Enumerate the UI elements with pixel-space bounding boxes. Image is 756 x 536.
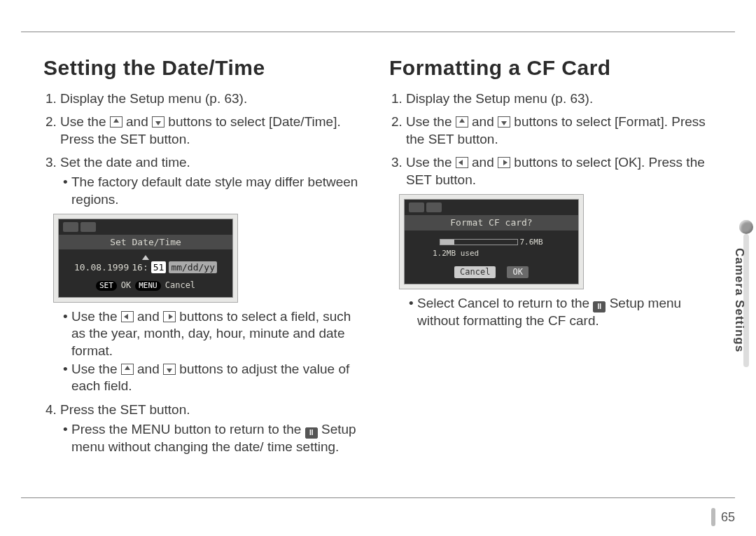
step-3: Use the and buttons to select [OK]. Pres…	[406, 153, 707, 329]
setup-menu-icon: II	[593, 301, 606, 312]
down-triangle-icon	[152, 116, 164, 128]
up-triangle-icon	[121, 364, 134, 375]
lcd-set-date-time: Set Date/Time 10.08.1999 16:51 mm/dd/yy …	[53, 214, 238, 303]
step-1: Display the Setup menu (p. 63).	[60, 90, 361, 107]
heading-format-cf: Formatting a CF Card	[389, 56, 707, 80]
step-3-note-2: Use the and buttons to select a field, s…	[63, 308, 361, 359]
left-triangle-icon	[121, 311, 134, 322]
right-triangle-icon	[498, 157, 510, 168]
storage-bar	[440, 239, 518, 245]
lcd-ok-button: OK	[507, 266, 528, 279]
lcd-cancel-button: Cancel	[454, 266, 496, 279]
step-3: Set the date and time. The factory defau…	[60, 153, 361, 394]
setup-menu-icon: II	[305, 427, 318, 439]
up-triangle-icon	[110, 116, 122, 128]
page-top-rule	[21, 32, 735, 32]
side-tab-label: Camera Settings	[732, 248, 746, 352]
step-3-note-1: The factory default date style may diffe…	[63, 174, 361, 208]
step-2: Use the and buttons to select [Format]. …	[406, 113, 707, 148]
column-date-time: Setting the Date/Time Display the Setup …	[43, 56, 361, 529]
step-3-note-3: Use the and buttons to adjust the value …	[63, 361, 361, 395]
heading-date-time: Setting the Date/Time	[43, 56, 361, 80]
side-tab-dot-icon	[739, 220, 753, 234]
step-2: Use the and buttons to select [Date/Time…	[60, 113, 361, 148]
down-triangle-icon	[163, 364, 176, 375]
right-triangle-icon	[163, 311, 176, 322]
steps-date-time: Display the Setup menu (p. 63). Use the …	[43, 90, 361, 455]
left-triangle-icon	[456, 157, 468, 168]
step-4: Press the SET button. Press the MENU but…	[60, 401, 361, 455]
step-1: Display the Setup menu (p. 63).	[406, 90, 707, 107]
up-triangle-icon	[456, 116, 468, 128]
page-bottom-rule	[21, 497, 735, 498]
lcd-format-cf: Format CF card? 7.6MB 1.2MB used Cancel …	[399, 194, 584, 289]
page-content: Setting the Date/Time Display the Setup …	[43, 56, 707, 529]
steps-format-cf: Display the Setup menu (p. 63). Use the …	[389, 90, 707, 330]
step-4-note-1: Press the MENU button to return to the I…	[63, 421, 361, 455]
side-section-tab: Camera Settings	[734, 220, 756, 371]
column-format-cf: Formatting a CF Card Display the Setup m…	[389, 56, 707, 529]
page-number: 65	[711, 508, 735, 526]
down-triangle-icon	[498, 116, 510, 128]
format-note: Select Cancel to return to the II Setup …	[409, 295, 707, 329]
